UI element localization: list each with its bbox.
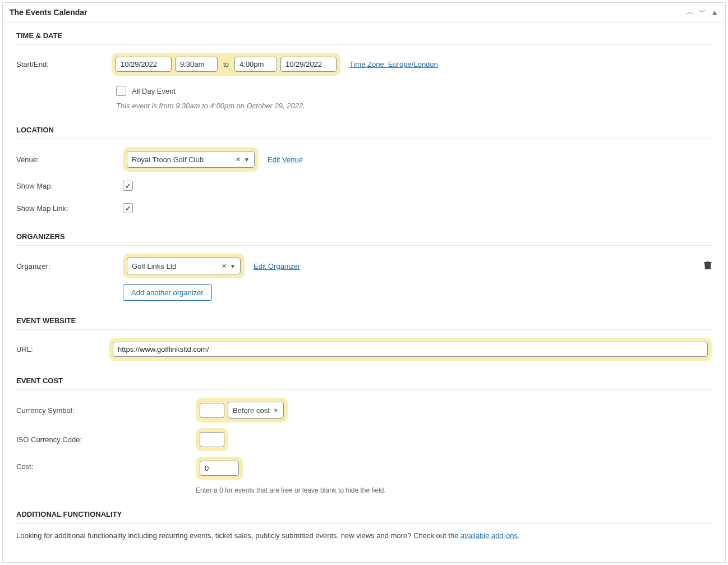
section-location: Location	[16, 126, 712, 139]
organizer-clear-icon[interactable]: ✕	[222, 263, 227, 270]
events-calendar-panel: The Events Calendar ︿ ﹀ ▲ Time & Date St…	[2, 2, 726, 563]
panel-body: Time & Date Start/End: to Time Zone: Eur…	[3, 22, 725, 562]
currency-position-select[interactable]: Before cost ▼	[228, 402, 284, 419]
venue-row: Venue: Royal Troon Golf Club ✕ ▼ Edit Ve…	[16, 147, 712, 172]
venue-label: Venue:	[16, 155, 123, 164]
panel-title: The Events Calendar	[10, 8, 87, 17]
venue-select-value: Royal Troon Golf Club	[132, 155, 236, 164]
additional-text: Looking for additional functionality inc…	[16, 531, 712, 540]
venue-highlight: Royal Troon Golf Club ✕ ▼	[123, 147, 259, 172]
venue-content: Royal Troon Golf Club ✕ ▼ Edit Venue	[123, 147, 303, 172]
add-organizer-row: Add another organizer	[16, 284, 712, 301]
startend-content: to Time Zone: Europe/London	[112, 53, 438, 76]
url-label: URL:	[16, 345, 109, 353]
edit-venue-link[interactable]: Edit Venue	[268, 155, 303, 164]
url-input[interactable]	[113, 342, 708, 357]
end-time-input[interactable]	[234, 57, 277, 72]
iso-code-row: ISO Currency Code:	[16, 428, 712, 451]
organizer-select[interactable]: Golf Links Ltd ✕ ▼	[127, 258, 241, 274]
to-label: to	[221, 61, 231, 68]
currency-symbol-row: Currency Symbol: Before cost ▼	[16, 398, 712, 422]
showmap-label: Show Map:	[16, 182, 123, 190]
section-additional-functionality: Additional Functionality	[16, 510, 712, 523]
panel-header: The Events Calendar ︿ ﹀ ▲	[3, 3, 725, 22]
url-highlight	[109, 338, 712, 361]
datetime-highlight: to	[112, 53, 340, 76]
cost-label: Cost:	[16, 457, 196, 471]
timezone-link[interactable]: Time Zone: Europe/London	[349, 60, 438, 68]
cost-input[interactable]	[200, 461, 239, 476]
iso-code-input[interactable]	[200, 432, 224, 447]
start-date-input[interactable]	[116, 57, 172, 72]
allday-checkbox[interactable]	[116, 86, 126, 96]
startend-label: Start/End:	[16, 60, 112, 68]
url-row: URL:	[16, 338, 712, 361]
panel-header-controls: ︿ ﹀ ▲	[686, 7, 718, 17]
section-time-date: Time & Date	[16, 31, 712, 45]
iso-code-label: ISO Currency Code:	[16, 435, 196, 444]
chevron-down-icon: ▼	[244, 157, 250, 163]
showmap-row: Show Map:	[16, 177, 712, 194]
showmap-checkbox[interactable]	[123, 181, 133, 191]
section-organizers: Organizers	[16, 232, 712, 246]
chevron-down-icon: ▼	[230, 263, 236, 269]
below-startend: All Day Event This event is from 9:30am …	[116, 81, 712, 110]
chevron-down-icon: ▼	[273, 407, 279, 414]
currency-position-value: Before cost	[233, 406, 270, 415]
venue-clear-icon[interactable]: ✕	[236, 156, 241, 163]
cost-row: Cost: Enter a 0 for events that are free…	[16, 457, 712, 494]
edit-organizer-link[interactable]: Edit Organizer	[254, 262, 300, 270]
chevron-down-icon[interactable]: ﹀	[698, 7, 706, 17]
additional-text-period: .	[518, 531, 520, 540]
organizer-select-value: Golf Links Ltd	[132, 262, 222, 270]
currency-symbol-label: Currency Symbol:	[16, 406, 196, 415]
cost-help-text: Enter a 0 for events that are free or le…	[196, 486, 386, 494]
additional-text-body: Looking for additional functionality inc…	[16, 531, 460, 540]
currency-symbol-highlight: Before cost ▼	[196, 398, 288, 422]
showmaplink-label: Show Map Link:	[16, 204, 123, 213]
showmaplink-checkbox[interactable]	[123, 203, 133, 213]
iso-code-highlight	[196, 428, 228, 451]
section-cost: Event Cost	[16, 376, 712, 390]
addons-link[interactable]: available add-ons	[460, 531, 518, 540]
add-organizer-button[interactable]: Add another organizer	[123, 284, 212, 301]
venue-select[interactable]: Royal Troon Golf Club ✕ ▼	[127, 151, 255, 168]
showmaplink-row: Show Map Link:	[16, 200, 712, 217]
time-summary: This event is from 9:30am to 4:00pm on O…	[116, 102, 305, 110]
start-time-input[interactable]	[175, 57, 218, 72]
collapse-toggle-icon[interactable]: ▲	[711, 8, 718, 17]
chevron-up-icon[interactable]: ︿	[686, 7, 694, 17]
section-website: Event Website	[16, 316, 712, 330]
allday-label: All Day Event	[132, 87, 176, 95]
organizer-highlight: Golf Links Ltd ✕ ▼	[123, 254, 245, 278]
allday-row: All Day Event	[116, 86, 176, 96]
startend-row: Start/End: to Time Zone: Europe/London	[16, 53, 712, 76]
cost-highlight	[196, 457, 243, 480]
organizer-row: Organizer: Golf Links Ltd ✕ ▼ Edit Organ…	[16, 254, 712, 278]
organizer-label: Organizer:	[16, 262, 123, 270]
end-date-input[interactable]	[280, 57, 337, 72]
currency-symbol-input[interactable]	[200, 403, 224, 418]
delete-organizer-icon[interactable]	[704, 260, 712, 272]
